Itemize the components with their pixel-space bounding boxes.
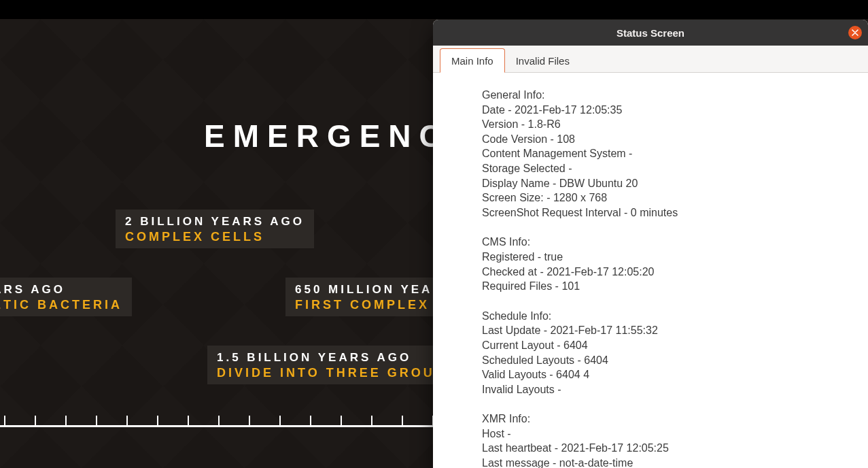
timeline-event: ION YEARS AGO SYNTHETIC BACTERIA (0, 278, 132, 316)
ruler-tick (279, 416, 281, 426)
ruler-tick (126, 416, 128, 426)
info-storage: Storage Selected - (482, 161, 856, 176)
event-when: 650 MILLION YEAR (295, 283, 447, 297)
info-last-heartbeat: Last heartbeat - 2021-Feb-17 12:05:25 (482, 441, 856, 456)
close-button[interactable] (848, 26, 862, 39)
section-heading: General Info: (482, 88, 856, 103)
event-what: SYNTHETIC BACTERIA (0, 298, 122, 312)
ruler-tick (35, 416, 36, 426)
info-screenshot-interval: ScreenShot Request Interval - 0 minutes (482, 205, 856, 220)
ruler-tick (249, 416, 250, 426)
close-icon (852, 27, 858, 39)
event-what: FIRST COMPLEX A (295, 298, 447, 312)
window-titlebar[interactable]: Status Screen (433, 20, 868, 46)
info-required-files: Required Files - 101 (482, 279, 856, 294)
event-when: ION YEARS AGO (0, 283, 122, 297)
event-what: COMPLEX CELLS (125, 230, 305, 244)
event-when: 2 BILLION YEARS AGO (125, 215, 305, 229)
info-last-update: Last Update - 2021-Feb-17 11:55:32 (482, 323, 856, 338)
timeline-ruler (0, 410, 435, 431)
section-heading: XMR Info: (482, 412, 856, 427)
ruler-tick (402, 416, 403, 426)
ruler-tick (65, 416, 67, 426)
info-version: Version - 1.8-R6 (482, 117, 856, 132)
info-cms: Content Management System - (482, 146, 856, 161)
ruler-tick (4, 416, 5, 426)
timeline-event: 650 MILLION YEAR FIRST COMPLEX A (285, 278, 456, 316)
status-window: Status Screen Main Info Invalid Files Ge… (433, 20, 868, 468)
info-valid-layouts: Valid Layouts - 6404 4 (482, 367, 856, 382)
timeline-event: 2 BILLION YEARS AGO COMPLEX CELLS (116, 210, 314, 248)
info-last-message: Last message - not-a-date-time (482, 456, 856, 468)
signage-headline: EMERGENC (204, 118, 450, 154)
tab-bar: Main Info Invalid Files (433, 46, 868, 73)
section-heading: CMS Info: (482, 235, 856, 250)
ruler-tick (371, 416, 372, 426)
info-screen-size: Screen Size: - 1280 x 768 (482, 190, 856, 205)
info-scheduled-layouts: Scheduled Layouts - 6404 (482, 353, 856, 368)
ruler-tick (96, 416, 97, 426)
cms-info-section: CMS Info: Registered - true Checked at -… (482, 235, 856, 293)
general-info-section: General Info: Date - 2021-Feb-17 12:05:3… (482, 88, 856, 220)
timeline-event: 1.5 BILLION YEARS AGO DIVIDE INTO THREE … (207, 346, 445, 384)
tab-invalid-files[interactable]: Invalid Files (505, 49, 580, 72)
top-menubar (0, 0, 868, 19)
window-title: Status Screen (617, 27, 684, 39)
info-xmr-host: Host - (482, 427, 856, 441)
ruler-tick (188, 416, 189, 426)
info-date: Date - 2021-Feb-17 12:05:35 (482, 103, 856, 118)
event-what: DIVIDE INTO THREE GROU (217, 366, 435, 380)
tab-main-info[interactable]: Main Info (440, 48, 505, 73)
main-info-panel: General Info: Date - 2021-Feb-17 12:05:3… (433, 73, 868, 468)
info-invalid-layouts: Invalid Layouts - (482, 382, 856, 397)
section-heading: Schedule Info: (482, 309, 856, 324)
info-checked-at: Checked at - 2021-Feb-17 12:05:20 (482, 265, 856, 280)
schedule-info-section: Schedule Info: Last Update - 2021-Feb-17… (482, 309, 856, 397)
xmr-info-section: XMR Info: Host - Last heartbeat - 2021-F… (482, 412, 856, 468)
ruler-tick (218, 416, 220, 426)
info-display-name: Display Name - DBW Ubuntu 20 (482, 176, 856, 191)
event-when: 1.5 BILLION YEARS AGO (217, 351, 435, 365)
info-code-version: Code Version - 108 (482, 132, 856, 147)
info-current-layout: Current Layout - 6404 (482, 338, 856, 353)
ruler-tick (341, 416, 342, 426)
ruler-tick (157, 416, 158, 426)
ruler-tick (310, 416, 311, 426)
info-registered: Registered - true (482, 250, 856, 265)
